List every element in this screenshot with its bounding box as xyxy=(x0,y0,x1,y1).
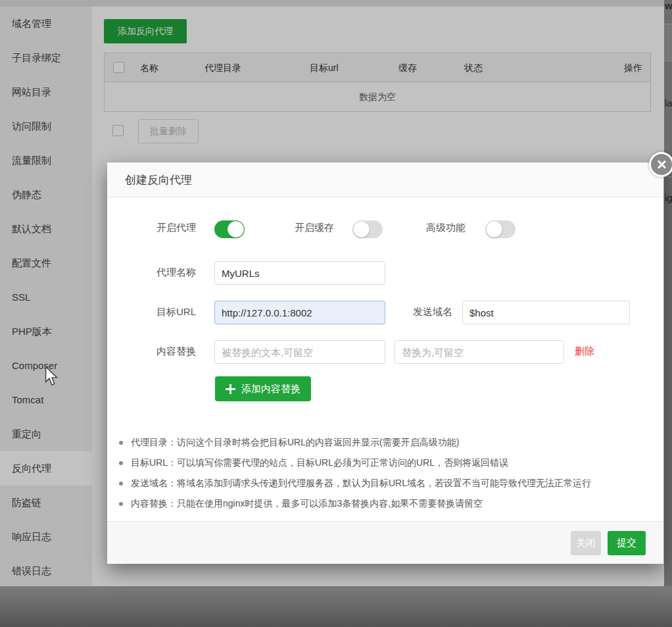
bullet-icon xyxy=(119,441,123,445)
add-content-replace-button[interactable]: 添加内容替换 xyxy=(215,376,311,401)
toggle-knob xyxy=(353,221,370,238)
modal-title: 创建反向代理 xyxy=(125,163,192,197)
toggle-knob xyxy=(486,221,502,238)
submit-button[interactable]: 提交 xyxy=(608,531,646,555)
tip-item: 内容替换：只能在使用nginx时提供，最多可以添加3条替换内容,如果不需要替换请… xyxy=(107,493,663,514)
add-content-replace-label: 添加内容替换 xyxy=(241,383,300,395)
enable-cache-toggle[interactable] xyxy=(352,220,383,238)
proxy-name-input[interactable] xyxy=(214,261,385,285)
replace-from-input[interactable] xyxy=(214,340,385,364)
advanced-features-toggle[interactable] xyxy=(485,220,516,238)
close-button[interactable]: 关闭 xyxy=(571,531,601,555)
tips-list: 代理目录：访问这个目录时将会把目标URL的内容返回并显示(需要开启高级功能) 目… xyxy=(107,432,663,514)
bullet-icon xyxy=(119,482,123,486)
tip-item: 代理目录：访问这个目录时将会把目标URL的内容返回并显示(需要开启高级功能) xyxy=(107,432,663,453)
enable-proxy-label: 开启代理 xyxy=(156,222,196,234)
delete-replace-link[interactable]: 删除 xyxy=(575,345,594,358)
enable-cache-label: 开启缓存 xyxy=(295,222,334,234)
bullet-icon xyxy=(119,461,123,465)
plus-icon xyxy=(226,384,235,394)
create-reverse-proxy-modal: 创建反向代理 开启代理 开启缓存 高级功能 代理名称 目标URL 发送域名 内容… xyxy=(107,163,663,564)
target-url-input[interactable] xyxy=(214,301,385,324)
advanced-features-label: 高级功能 xyxy=(426,222,466,234)
proxy-name-label: 代理名称 xyxy=(156,266,196,279)
modal-header: 创建反向代理 xyxy=(107,163,663,197)
content-replace-label: 内容替换 xyxy=(156,345,196,358)
tip-item: 目标URL：可以填写你需要代理的站点，目标URL必须为可正常访问的URL，否则将… xyxy=(107,453,663,473)
enable-proxy-toggle[interactable] xyxy=(214,220,245,238)
site-settings-page: 域名管理子目录绑定网站目录访问限制流量限制伪静态默认文档配置文件SSLPHP版本… xyxy=(0,0,672,627)
modal-footer: 关闭 提交 xyxy=(107,521,663,564)
replace-to-input[interactable] xyxy=(395,340,564,364)
send-domain-label: 发送域名 xyxy=(413,306,452,318)
target-url-label: 目标URL xyxy=(156,306,196,318)
send-domain-input[interactable] xyxy=(462,301,630,324)
close-icon xyxy=(656,159,667,170)
toggle-knob xyxy=(228,221,244,238)
tip-item: 发送域名：将域名添加到请求头传递到代理服务器，默认为目标URL域名，若设置不当可… xyxy=(107,473,663,493)
modal-close-button[interactable] xyxy=(649,152,672,177)
bullet-icon xyxy=(119,502,123,506)
